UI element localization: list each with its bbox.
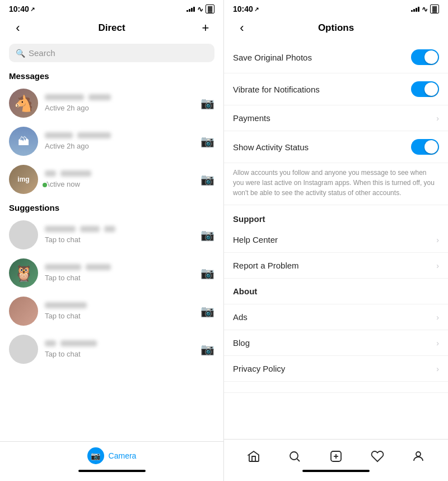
suggestion-info: Tap to chat	[45, 340, 194, 359]
message-item[interactable]: 🏔 Active 2h ago 📷	[0, 122, 223, 160]
camera-button[interactable]: 📷	[200, 228, 214, 242]
message-info: Active now	[45, 170, 194, 189]
svg-point-0	[290, 452, 298, 460]
heart-nav-button[interactable]	[365, 447, 390, 465]
username-blur	[45, 340, 56, 346]
direct-messages-panel: 10:40 ↗ ∿ ▓ ‹ Direct + 🔍 Search Messa	[0, 0, 224, 481]
active-indicator	[41, 182, 48, 188]
username-blur	[104, 226, 115, 232]
vibrate-label: Vibrate for Notifications	[233, 85, 320, 94]
save-photos-row[interactable]: Save Original Photos	[224, 41, 448, 73]
suggestion-status: Tap to chat	[45, 312, 81, 320]
suggestion-item[interactable]: Tap to chat 📷	[0, 216, 223, 254]
location-arrow-left: ↗	[30, 6, 35, 12]
ads-label: Ads	[233, 312, 248, 322]
back-button-left[interactable]: ‹	[9, 19, 27, 37]
privacy-policy-label: Privacy Policy	[233, 364, 285, 373]
avatar: 🏔	[9, 127, 38, 156]
camera-button[interactable]: 📷	[200, 266, 214, 280]
message-item[interactable]: 🐴 Active 2h ago 📷	[0, 84, 223, 122]
help-center-row[interactable]: Help Center ›	[224, 227, 448, 253]
suggestions-section-header: Suggestions	[0, 198, 223, 216]
profile-nav-button[interactable]	[406, 447, 431, 465]
blog-label: Blog	[233, 338, 250, 348]
search-container: 🔍 Search	[0, 41, 223, 67]
time-right: 10:40 ↗	[233, 4, 259, 13]
show-activity-row[interactable]: Show Activity Status	[224, 131, 448, 163]
username-blur	[80, 226, 100, 232]
ads-row[interactable]: Ads ›	[224, 304, 448, 330]
message-status: Active 2h ago	[45, 142, 89, 150]
time-left: 10:40 ↗	[9, 4, 35, 13]
avatar	[9, 297, 38, 326]
suggestion-item[interactable]: 🦉 Tap to chat 📷	[0, 254, 223, 292]
vibrate-row[interactable]: Vibrate for Notifications	[224, 73, 448, 105]
nav-bar-right: ‹ Options	[224, 17, 448, 41]
chevron-icon: ›	[436, 339, 439, 348]
suggestion-status: Tap to chat	[45, 235, 81, 244]
suggestion-info: Tap to chat	[45, 302, 194, 321]
message-status: Active now	[45, 180, 80, 188]
suggestion-info: Tap to chat	[45, 226, 194, 244]
avatar	[9, 335, 38, 364]
status-bar-right: 10:40 ↗ ∿ ▓	[224, 0, 448, 17]
suggestion-status: Tap to chat	[45, 274, 81, 282]
report-problem-row[interactable]: Report a Problem ›	[224, 253, 448, 279]
camera-button[interactable]: 📷	[200, 343, 214, 356]
payments-row[interactable]: Payments ›	[224, 105, 448, 131]
privacy-policy-row[interactable]: Privacy Policy ›	[224, 356, 448, 382]
avatar: 🦉	[9, 258, 38, 288]
search-box[interactable]: 🔍 Search	[9, 44, 214, 62]
chevron-icon: ›	[436, 364, 439, 373]
nav-title-options: Options	[318, 22, 354, 34]
bottom-nav	[224, 439, 448, 481]
options-panel: 10:40 ↗ ∿ ▓ ‹ Options Save Original Phot…	[224, 0, 448, 481]
show-activity-label: Show Activity Status	[233, 142, 309, 152]
username-blur	[45, 170, 56, 177]
suggestion-item[interactable]: Tap to chat 📷	[0, 292, 223, 330]
save-photos-toggle[interactable]	[411, 49, 439, 65]
bottom-nav-icons	[224, 443, 448, 468]
signal-icon-right	[411, 7, 419, 12]
svg-point-5	[416, 452, 421, 456]
avatar: 🐴	[9, 89, 38, 118]
activity-description: Allow accounts you follow and anyone you…	[224, 163, 448, 205]
status-icons-right: ∿ ▓	[411, 4, 439, 13]
search-placeholder: Search	[29, 48, 55, 58]
report-problem-label: Report a Problem	[233, 261, 299, 270]
show-activity-toggle[interactable]	[411, 139, 439, 155]
blog-row[interactable]: Blog ›	[224, 330, 448, 356]
suggestion-item[interactable]: Tap to chat 📷	[0, 330, 223, 368]
chevron-icon: ›	[436, 114, 439, 123]
username-blur	[45, 264, 81, 270]
camera-label: Camera	[109, 451, 137, 460]
camera-button[interactable]: 📷	[200, 173, 214, 186]
message-info: Active 2h ago	[45, 94, 194, 113]
home-indicator-left	[78, 470, 146, 472]
camera-button[interactable]: 📷	[200, 304, 214, 318]
back-button-right[interactable]: ‹	[233, 19, 251, 37]
support-section-title: Support	[224, 205, 448, 227]
add-nav-button[interactable]	[324, 447, 348, 465]
username-blur	[60, 170, 91, 177]
about-section-title: About	[224, 279, 448, 304]
help-center-label: Help Center	[233, 235, 278, 244]
time-display-left: 10:40	[9, 4, 29, 13]
camera-button[interactable]: 📷	[200, 135, 214, 148]
options-content: Save Original Photos Vibrate for Notific…	[224, 41, 448, 439]
nav-bar-left: ‹ Direct +	[0, 17, 223, 41]
time-display-right: 10:40	[233, 4, 253, 13]
message-status: Active 2h ago	[45, 104, 89, 112]
add-button[interactable]: +	[197, 19, 214, 37]
location-arrow-right: ↗	[254, 6, 259, 12]
username-blur	[60, 340, 97, 346]
signal-icon-left	[186, 7, 195, 12]
nav-title-direct: Direct	[98, 22, 125, 34]
search-nav-button[interactable]	[282, 447, 307, 465]
chevron-icon: ›	[436, 313, 439, 322]
vibrate-toggle[interactable]	[411, 81, 439, 97]
message-item[interactable]: img Active now 📷	[0, 160, 223, 198]
camera-button[interactable]: 📷	[200, 96, 214, 110]
camera-bottom-button[interactable]: 📷 Camera	[87, 447, 137, 464]
home-nav-button[interactable]	[241, 447, 266, 465]
